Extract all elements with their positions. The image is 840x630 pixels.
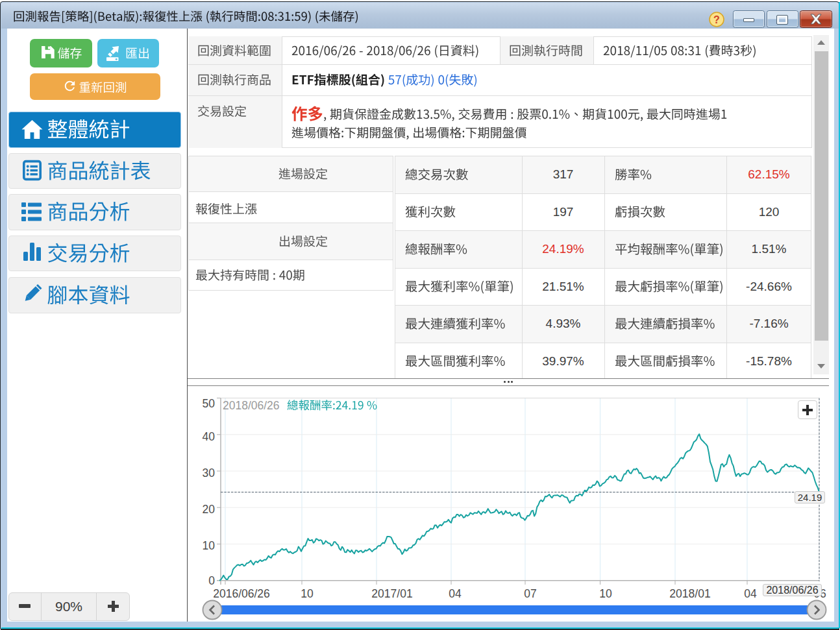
svg-text:?: ?	[713, 14, 720, 25]
